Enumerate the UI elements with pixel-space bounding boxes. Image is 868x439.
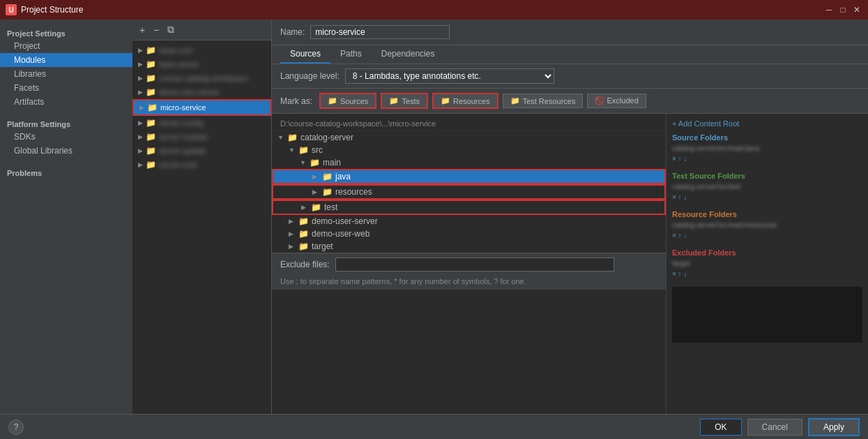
tree-item-test[interactable]: ▶ 📁 test xyxy=(272,200,666,215)
cancel-button[interactable]: Cancel xyxy=(747,419,802,436)
tree-item-demo-user-web[interactable]: ▶ 📁 demo-user-web xyxy=(272,228,666,240)
body-split: D:\course-catalog-workspace\...\micro-se… xyxy=(272,114,868,414)
exclude-hint: Use ; to separate name patterns, * for a… xyxy=(272,276,666,290)
app-icon: U xyxy=(6,4,17,15)
tab-dependencies[interactable]: Dependencies xyxy=(372,45,445,64)
file-tree: D:\course-catalog-workspace\...\micro-se… xyxy=(272,114,666,414)
exclude-row: Exclude files: xyxy=(272,253,666,276)
test-source-folders-title: Test Source Folders xyxy=(672,172,862,180)
resource-folders-title: Resource Folders xyxy=(672,210,862,218)
minimize-button[interactable]: ─ xyxy=(823,4,835,15)
tab-paths[interactable]: Paths xyxy=(330,45,372,64)
tab-sources[interactable]: Sources xyxy=(280,45,330,64)
add-module-button[interactable]: + xyxy=(137,23,148,37)
module-panel: + − ⧉ ▶ 📁 base-core ▶ 📁 base-server ▶ 📁 … xyxy=(132,20,272,414)
maximize-button[interactable]: □ xyxy=(837,4,848,15)
mark-label: Mark as: xyxy=(280,96,312,106)
path-row: D:\course-catalog-workspace\...\micro-se… xyxy=(272,117,666,131)
sidebar-item-libraries[interactable]: Libraries xyxy=(0,67,132,81)
excluded-folders-title: Excluded Folders xyxy=(672,248,862,257)
module-list: ▶ 📁 base-core ▶ 📁 base-server ▶ 📁 course… xyxy=(132,40,271,414)
excluded-remove[interactable]: × ↑ ↓ xyxy=(672,270,687,278)
mark-excluded-button[interactable]: 🚫 Excluded xyxy=(587,94,646,108)
dark-info-section xyxy=(672,287,862,343)
ok-button[interactable]: OK xyxy=(700,419,741,436)
help-button[interactable]: ? xyxy=(8,419,24,435)
close-button[interactable]: ✕ xyxy=(851,4,862,15)
module-item[interactable]: ▶ 📁 server-config xyxy=(132,116,271,130)
tree-item-java[interactable]: ▶ 📁 java xyxy=(272,169,666,184)
lang-select[interactable]: 8 - Lambdas, type annotations etc. xyxy=(345,68,554,84)
window-title: Project Structure xyxy=(21,5,823,15)
name-row: Name: xyxy=(272,20,868,45)
sidebar-item-artifacts[interactable]: Artifacts xyxy=(0,95,132,109)
name-input[interactable] xyxy=(310,25,450,39)
info-section-source: Source Folders catalog-server/src/main/j… xyxy=(672,133,862,163)
module-item[interactable]: ▶ 📁 server-module xyxy=(132,130,271,144)
resource-remove[interactable]: × ↑ ↓ xyxy=(672,232,687,239)
module-item[interactable]: ▶ 📁 base-core xyxy=(132,43,271,57)
lang-label: Language level: xyxy=(280,71,340,81)
mark-row: Mark as: 📁 Sources 📁 Tests 📁 Resources 📁… xyxy=(272,89,868,114)
sidebar-item-facets[interactable]: Facets xyxy=(0,81,132,95)
lang-row: Language level: 8 - Lambdas, type annota… xyxy=(272,64,868,89)
test-source-remove[interactable]: × ↑ ↓ xyxy=(672,193,687,201)
module-toolbar: + − ⧉ xyxy=(132,20,271,40)
content-panel: Name: Sources Paths Dependencies Languag… xyxy=(272,20,868,414)
info-panel: + Add Content Root Source Folders catalo… xyxy=(666,114,868,414)
window-controls: ─ □ ✕ xyxy=(823,4,862,15)
tree-item-resources[interactable]: ▶ 📁 resources xyxy=(272,184,666,200)
sidebar: Project Settings Project Modules Librari… xyxy=(0,20,132,414)
exclude-input[interactable] xyxy=(335,258,614,271)
source-folder-entry: catalog-server/src/main/java xyxy=(672,144,862,152)
title-bar: U Project Structure ─ □ ✕ xyxy=(0,0,868,20)
tree-item-demo-user-server[interactable]: ▶ 📁 demo-user-server xyxy=(272,215,666,228)
resource-entry: catalog-server/src/main/resources xyxy=(672,221,862,229)
add-content-root-button[interactable]: + Add Content Root xyxy=(672,119,862,128)
excluded-entry: target xyxy=(672,260,862,267)
module-item[interactable]: ▶ 📁 server-cool xyxy=(132,158,271,172)
module-item[interactable]: ▶ 📁 course-catalog-workspace xyxy=(132,71,271,85)
source-folders-title: Source Folders xyxy=(672,133,862,142)
sidebar-item-project[interactable]: Project xyxy=(0,39,132,53)
platform-settings-section: Platform Settings xyxy=(0,116,132,130)
tree-item-target[interactable]: ▶ 📁 target xyxy=(272,240,666,253)
name-label: Name: xyxy=(280,27,305,37)
mark-resources-button[interactable]: 📁 Resources xyxy=(432,93,498,109)
exclude-label: Exclude files: xyxy=(280,260,330,269)
project-settings-section: Project Settings xyxy=(0,25,132,39)
problems-section: Problems xyxy=(0,165,132,179)
module-item[interactable]: ▶ 📁 server-update xyxy=(132,144,271,158)
info-section-test-source: Test Source Folders catalog-server/src/t… xyxy=(672,172,862,202)
test-source-entry: catalog-server/src/test xyxy=(672,183,862,191)
exclude-section: Exclude files: Use ; to separate name pa… xyxy=(272,253,666,290)
module-item[interactable]: ▶ 📁 base-server xyxy=(132,57,271,71)
mark-test-resources-button[interactable]: 📁 Test Resources xyxy=(503,94,584,108)
tabs-row: Sources Paths Dependencies xyxy=(272,45,868,64)
source-folder-remove[interactable]: × ↑ ↓ xyxy=(672,155,687,163)
info-section-excluded: Excluded Folders target × ↑ ↓ xyxy=(672,248,862,278)
module-item[interactable]: ▶ 📁 demo-user-server xyxy=(132,85,271,99)
tree-item-catalog-server[interactable]: ▼ 📁 catalog-server xyxy=(272,131,666,144)
remove-module-button[interactable]: − xyxy=(151,23,162,37)
apply-button[interactable]: Apply xyxy=(808,418,860,436)
sidebar-item-modules[interactable]: Modules xyxy=(0,53,132,67)
bottom-bar: ? OK Cancel Apply xyxy=(0,414,868,439)
info-section-resource: Resource Folders catalog-server/src/main… xyxy=(672,210,862,240)
mark-sources-button[interactable]: 📁 Sources xyxy=(319,93,376,109)
tree-item-src[interactable]: ▼ 📁 src xyxy=(272,144,666,156)
sidebar-item-global-libraries[interactable]: Global Libraries xyxy=(0,144,132,158)
sidebar-item-sdks[interactable]: SDKs xyxy=(0,130,132,144)
copy-module-button[interactable]: ⧉ xyxy=(165,22,177,37)
module-item-micro-service[interactable]: ▶ 📁 micro-service xyxy=(132,99,271,116)
mark-tests-button[interactable]: 📁 Tests xyxy=(381,93,428,109)
path-text: D:\course-catalog-workspace\...\micro-se… xyxy=(280,119,436,128)
main-container: Project Settings Project Modules Librari… xyxy=(0,20,868,414)
tree-item-main[interactable]: ▼ 📁 main xyxy=(272,156,666,169)
